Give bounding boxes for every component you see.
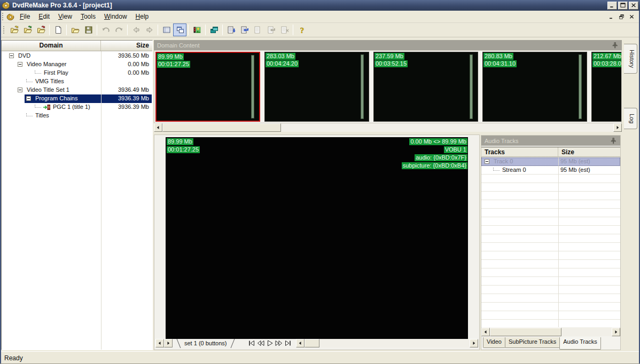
domain-content-panel: Domain Content 89.99 Mb00:01:27.25283.03… (154, 40, 622, 132)
menubar-grip[interactable] (2, 12, 4, 21)
import-dvd-button[interactable] (7, 23, 21, 36)
tree-row-vmg-titles[interactable]: VMG Titles (2, 77, 152, 86)
maximize-button[interactable] (618, 2, 628, 10)
nav-play-button[interactable] (266, 339, 275, 347)
collapse-expander-icon[interactable] (18, 88, 22, 92)
domain-content-scrollbar[interactable] (154, 123, 622, 132)
nav-first-button[interactable] (247, 339, 256, 347)
domain-cell-3[interactable]: 237.59 Mb00:03:52.15 (373, 52, 478, 122)
windows-layout-button[interactable] (207, 23, 221, 36)
tree-item-label: Video Manager (26, 61, 67, 67)
menu-view[interactable]: View (54, 11, 76, 22)
tree-row-dvd[interactable]: DVD3936.50 Mb (2, 52, 152, 60)
show-video-button[interactable] (190, 23, 204, 36)
mdi-restore-button[interactable] (617, 13, 626, 20)
details-view-button[interactable] (160, 23, 173, 36)
seek-thumb[interactable] (305, 339, 319, 347)
menu-help[interactable]: Help (131, 11, 153, 22)
menu-file[interactable]: File (15, 11, 34, 22)
collapse-expander-icon[interactable] (26, 96, 31, 101)
cell-progress-bar (361, 54, 364, 119)
tree-row-first-play[interactable]: First Play0.00 Mb (2, 69, 152, 77)
insert-menu-button[interactable] (238, 23, 251, 36)
domain-cell-4[interactable]: 280.83 Mb00:04:31.10 (482, 52, 587, 122)
tree-row-pgc-1-title-1[interactable]: PGC 1 (title 1)3936.39 Mb (2, 103, 152, 112)
scroll-right-icon (471, 340, 477, 346)
tracks-column-header[interactable]: Tracks (481, 147, 558, 156)
pin-icon[interactable] (611, 42, 619, 49)
toolbar-grip[interactable] (3, 26, 5, 34)
column-divider[interactable] (101, 51, 102, 350)
mdi-close-button[interactable] (627, 13, 636, 20)
tab-scroll-right-button[interactable] (164, 339, 173, 347)
nav-next-button[interactable] (275, 339, 284, 347)
save-project-button[interactable] (82, 23, 95, 36)
domain-cell-1[interactable]: 89.99 Mb00:01:27.25 (155, 52, 260, 122)
scroll-left-button[interactable] (481, 328, 490, 336)
collapse-expander-icon[interactable] (485, 159, 489, 164)
collapse-expander-icon[interactable] (18, 62, 22, 67)
domain-cell-2[interactable]: 283.03 Mb00:04:24.20 (264, 52, 369, 122)
tree-row-program-chains[interactable]: Program Chains3936.39 Mb (2, 94, 152, 103)
cell-progress-bar (470, 54, 473, 119)
help-button[interactable]: ? (295, 23, 308, 36)
cell-size-label: 283.03 Mb (266, 53, 295, 60)
preview-mode-button[interactable] (173, 23, 186, 36)
toolbar-separator (66, 25, 67, 35)
audio-panel-scrollbar[interactable] (481, 328, 620, 336)
minimize-icon (608, 14, 614, 20)
minimize-button[interactable] (607, 2, 617, 10)
audio-tracks-title: Audio Tracks (485, 138, 519, 144)
domain-column-header[interactable]: Domain (2, 41, 101, 51)
preview-bottom-bar: set 1 (0 buttons) (155, 338, 478, 348)
tab-scroll-left-button[interactable] (155, 339, 164, 347)
domain-cell-5[interactable]: 212.67 Mb00:03:28.05 (591, 52, 622, 122)
video-preview[interactable]: 89.99 Mb 00:01:27.25 0.00 Mb <> 89.99 Mb… (166, 137, 468, 339)
export-list-button[interactable] (224, 23, 238, 36)
scroll-left-button[interactable] (154, 123, 162, 132)
redo-button (112, 23, 126, 36)
seek-right-button[interactable] (470, 339, 478, 347)
mdi-minimize-button[interactable] (607, 13, 615, 20)
pgc-icon (43, 104, 51, 110)
close-button[interactable] (629, 2, 638, 10)
menu-window[interactable]: Window (100, 11, 131, 22)
seek-track[interactable] (319, 339, 470, 347)
audio-item-label: Track 0 (494, 158, 513, 164)
menu-set-tab[interactable]: set 1 (0 buttons) (175, 339, 237, 348)
side-tab-log[interactable]: Log (624, 108, 637, 129)
import-files-button[interactable] (21, 23, 34, 36)
pin-icon[interactable] (610, 137, 617, 145)
menu-edit[interactable]: Edit (34, 11, 54, 22)
size-column-header[interactable]: Size (558, 147, 620, 156)
tree-row-video-title-set-1[interactable]: Video Title Set 13936.49 Mb (2, 86, 152, 94)
import-custom-button[interactable] (34, 23, 48, 36)
preview-info-line-4: subpicture: {0xBD:0xB4} (402, 162, 467, 169)
menu-tools[interactable]: Tools (76, 11, 100, 22)
toolbar-buttons: ? (7, 23, 308, 36)
scroll-right-button[interactable] (612, 328, 620, 336)
vobu-navigation (247, 339, 293, 347)
scrollbar-track[interactable] (162, 123, 613, 132)
restore-icon (619, 14, 625, 20)
audio-row-track-0[interactable]: Track 095 Mb (est) (481, 157, 620, 166)
nav-previous-button[interactable] (256, 339, 266, 347)
new-project-button[interactable] (51, 23, 65, 36)
seek-left-button[interactable] (296, 339, 305, 347)
side-tab-history[interactable]: History (624, 44, 637, 74)
scrollbar-track[interactable] (490, 328, 612, 336)
scroll-right-button[interactable] (613, 123, 622, 132)
tree-row-video-manager[interactable]: Video Manager0.00 Mb (2, 60, 152, 69)
scrollbar-thumb[interactable] (162, 123, 281, 132)
nav-last-button[interactable] (284, 339, 293, 347)
tab-audio-tracks[interactable]: Audio Tracks (559, 337, 601, 350)
tab-subpicture-tracks[interactable]: SubPicture Tracks (505, 337, 560, 348)
tab-video[interactable]: Video (483, 337, 505, 348)
tree-row-titles[interactable]: Titles (2, 112, 152, 120)
collapse-expander-icon[interactable] (9, 53, 14, 58)
audio-row-stream-0[interactable]: Stream 095 Mb (est) (481, 166, 620, 175)
paste-menu-icon (267, 26, 276, 34)
scrollbar-thumb[interactable] (490, 328, 561, 336)
size-column-header[interactable]: Size (101, 41, 152, 51)
open-project-button[interactable] (68, 23, 82, 36)
